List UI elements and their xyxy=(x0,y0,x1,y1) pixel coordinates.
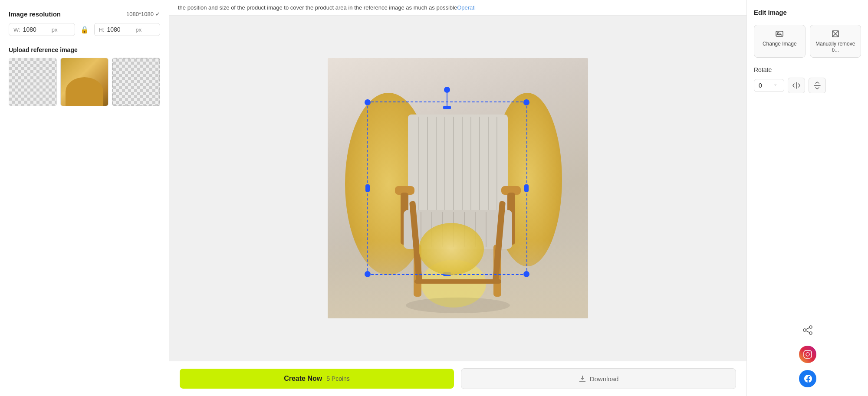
svg-point-33 xyxy=(809,326,812,328)
right-panel-title: Edit image xyxy=(754,9,861,16)
download-label: Download xyxy=(590,375,619,383)
thumbnail-chair[interactable] xyxy=(60,58,108,106)
height-label: H: xyxy=(99,26,105,33)
chair-illustration xyxy=(328,58,588,318)
flip-horizontal-button[interactable] xyxy=(788,78,805,93)
width-unit: px xyxy=(52,26,58,33)
create-label: Create Now xyxy=(284,375,322,383)
rotate-unit: ° xyxy=(774,82,776,89)
svg-point-40 xyxy=(809,352,810,353)
create-now-button[interactable]: Create Now 5 Pcoins xyxy=(180,369,454,389)
instruction-link[interactable]: Operati xyxy=(457,4,476,11)
facebook-svg-icon xyxy=(803,374,812,383)
resolution-badge[interactable]: 1080*1080 ✓ xyxy=(126,11,160,17)
resolution-value: 1080*1080 xyxy=(126,11,154,17)
upload-section: Upload reference image xyxy=(9,46,160,106)
svg-rect-1 xyxy=(408,115,508,214)
upload-label: Upload reference image xyxy=(9,46,160,53)
share-icon[interactable] xyxy=(799,321,816,339)
width-input[interactable] xyxy=(23,26,49,33)
thumbnail-empty[interactable] xyxy=(112,58,160,106)
flip-vertical-button[interactable] xyxy=(809,78,826,93)
check-icon: ✓ xyxy=(155,11,160,17)
rotate-input-wrap: ° xyxy=(754,79,784,92)
edit-buttons: Change Image Manually remove b... xyxy=(754,25,861,58)
instruction-bar: the position and size of the product ima… xyxy=(169,0,746,16)
rotate-section: Rotate ° xyxy=(754,66,861,93)
remove-bg-icon xyxy=(831,29,840,38)
height-input[interactable] xyxy=(107,26,133,33)
rotate-controls: ° xyxy=(754,78,861,93)
svg-rect-28 xyxy=(414,279,501,284)
height-input-wrap: H: px xyxy=(94,23,161,36)
instagram-icon[interactable] xyxy=(799,346,816,363)
dimension-inputs: W: px 🔒 H: px xyxy=(9,23,160,36)
right-panel: Edit image Change Image Manually remove … xyxy=(746,0,868,396)
resolution-section-header: Image resolution 1080*1080 ✓ xyxy=(9,10,160,18)
instagram-svg-icon xyxy=(803,350,812,359)
canvas-container[interactable] xyxy=(328,58,588,318)
svg-point-34 xyxy=(803,329,806,331)
remove-bg-label: Manually remove b... xyxy=(814,41,858,53)
svg-point-35 xyxy=(809,332,812,334)
height-unit: px xyxy=(136,26,142,33)
blob-bottom xyxy=(419,223,484,275)
svg-point-39 xyxy=(806,353,809,356)
width-label: W: xyxy=(13,26,20,33)
pcoins-label: 5 Pcoins xyxy=(326,375,350,382)
remove-bg-button[interactable]: Manually remove b... xyxy=(810,25,861,58)
share-svg-icon xyxy=(802,324,814,336)
chair-canvas xyxy=(328,58,588,318)
change-image-button[interactable]: Change Image xyxy=(754,25,806,58)
download-button[interactable]: Download xyxy=(461,368,736,389)
width-input-wrap: W: px xyxy=(9,23,75,36)
facebook-icon[interactable] xyxy=(799,370,816,387)
main-panel: the position and size of the product ima… xyxy=(169,0,746,396)
flip-v-icon xyxy=(813,82,821,89)
resolution-title: Image resolution xyxy=(9,10,61,18)
thumbnail-transparent[interactable] xyxy=(9,58,57,106)
svg-line-37 xyxy=(806,331,809,333)
svg-line-36 xyxy=(806,328,809,330)
rotate-input[interactable] xyxy=(759,82,773,89)
change-image-icon xyxy=(775,29,784,38)
svg-point-29 xyxy=(406,298,510,313)
bottom-action-bar: Create Now 5 Pcoins Download xyxy=(169,361,746,396)
svg-rect-38 xyxy=(804,350,812,358)
social-icons xyxy=(754,321,861,387)
instruction-text: the position and size of the product ima… xyxy=(178,4,457,11)
rotate-label: Rotate xyxy=(754,66,861,73)
flip-h-icon xyxy=(792,82,800,89)
download-icon xyxy=(579,375,586,383)
left-panel: Image resolution 1080*1080 ✓ W: px 🔒 H: … xyxy=(0,0,169,396)
image-thumbnails xyxy=(9,58,160,106)
lock-icon[interactable]: 🔒 xyxy=(80,25,89,34)
change-image-label: Change Image xyxy=(763,41,797,47)
canvas-area xyxy=(169,16,746,361)
